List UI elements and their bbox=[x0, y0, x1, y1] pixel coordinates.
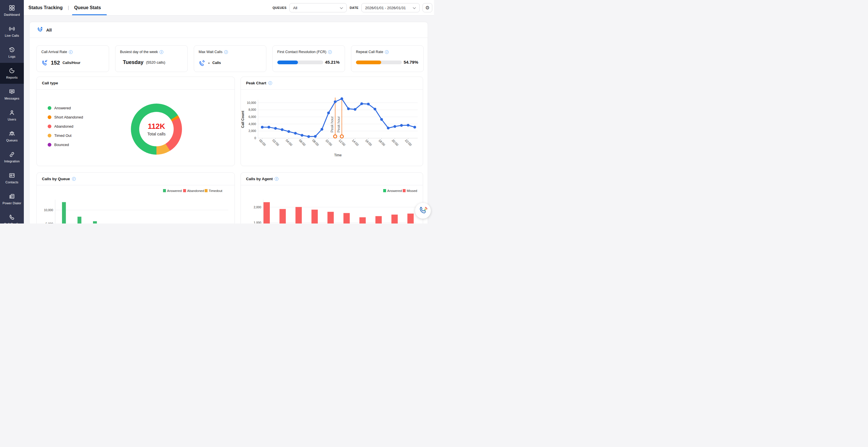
chevron-down-icon bbox=[340, 5, 343, 10]
repeat-rate-progress-bar bbox=[356, 61, 402, 64]
legend-item[interactable]: Abandoned bbox=[48, 124, 83, 129]
kpi-max-wait-calls: Max Wait Callsi - Calls bbox=[194, 45, 267, 72]
sidebar-item-call-config[interactable]: Call Config bbox=[0, 210, 24, 224]
sidebar-item-users[interactable]: Users bbox=[0, 105, 24, 126]
legend-dot bbox=[48, 143, 51, 147]
sidebar-item-messages[interactable]: Messages bbox=[0, 84, 24, 105]
svg-text:2,000: 2,000 bbox=[254, 205, 261, 209]
kpi-row: Call Arrival Ratei 152 Calls/Hour Busies… bbox=[36, 45, 424, 72]
top-bar: Status Tracking | Queue Stats QUEUES All… bbox=[24, 0, 434, 15]
call-type-card: Call type Answered Short Abandoned Aband… bbox=[36, 76, 235, 166]
svg-text:Abandoned: Abandoned bbox=[187, 189, 204, 193]
sidebar-item-live-calls[interactable]: Live Calls bbox=[0, 21, 24, 42]
sidebar-item-queues[interactable]: Queues bbox=[0, 126, 24, 147]
legend-dot bbox=[48, 106, 51, 110]
calls-by-agent-bar-chart: AnsweredMissed2,0001,000 bbox=[241, 185, 423, 224]
info-icon[interactable]: i bbox=[160, 50, 163, 54]
info-icon[interactable]: i bbox=[328, 50, 332, 54]
app-viewport: Dashboard Live Calls Logs Reports Messag… bbox=[0, 0, 434, 224]
svg-text:0: 0 bbox=[254, 136, 256, 140]
legend-item[interactable]: Bounced bbox=[48, 142, 83, 147]
breadcrumb-tabs: Status Tracking | Queue Stats bbox=[28, 0, 101, 15]
sidebar-item-label: Power Dialer bbox=[3, 201, 21, 205]
kpi-title: Busiest day of the week bbox=[120, 50, 158, 54]
sidebar-item-dashboard[interactable]: Dashboard bbox=[0, 0, 24, 21]
info-icon[interactable]: i bbox=[72, 177, 76, 181]
date-range-select[interactable]: 2026/01/01 - 2026/01/31 bbox=[361, 3, 420, 12]
svg-text:Time: Time bbox=[334, 153, 342, 157]
svg-text:20:00: 20:00 bbox=[391, 138, 399, 147]
card-title: Calls by Queue bbox=[42, 177, 70, 181]
info-icon[interactable]: i bbox=[224, 50, 228, 54]
legend-item[interactable]: Answered bbox=[48, 105, 83, 110]
calls-by-agent-card: Calls by Agenti AnsweredMissed2,0001,000 bbox=[241, 172, 423, 224]
svg-text:00:00: 00:00 bbox=[259, 138, 267, 147]
kpi-unit: Calls bbox=[212, 61, 221, 65]
call-type-legend: Answered Short Abandoned Abandoned Timed… bbox=[48, 105, 83, 151]
svg-text:2,000: 2,000 bbox=[249, 129, 256, 133]
queue-stats-panel: All Call Arrival Ratei 152 Calls/Hour Bu… bbox=[29, 22, 428, 224]
multicolor-phone-icon bbox=[419, 206, 427, 216]
active-tab-indicator bbox=[72, 14, 107, 15]
call-type-donut: 112K Total calls bbox=[131, 103, 182, 155]
sidebar-item-label: Messages bbox=[5, 97, 20, 100]
sidebar: Dashboard Live Calls Logs Reports Messag… bbox=[0, 0, 24, 224]
chat-icon bbox=[9, 88, 15, 95]
sidebar-item-reports[interactable]: Reports bbox=[0, 63, 24, 84]
kpi-title: Call Arrival Rate bbox=[41, 50, 67, 54]
svg-text:14:00: 14:00 bbox=[351, 138, 360, 147]
kpi-percent: 54.79% bbox=[404, 60, 418, 65]
call-type-chart: Answered Short Abandoned Abandoned Timed… bbox=[37, 90, 235, 166]
donut-total-label: Total calls bbox=[147, 132, 166, 136]
svg-text:4,000: 4,000 bbox=[249, 122, 256, 126]
live-calls-icon bbox=[9, 26, 15, 32]
kpi-unit: Calls/Hour bbox=[63, 61, 81, 65]
svg-text:Peak hour: Peak hour bbox=[330, 116, 334, 133]
calls-by-queue-card: Calls by Queuei AnsweredAbandonedTimedou… bbox=[36, 172, 235, 224]
svg-text:18:00: 18:00 bbox=[378, 138, 386, 147]
settings-button[interactable]: ⚙ bbox=[423, 3, 432, 12]
legend-dot bbox=[48, 115, 51, 119]
kpi-value: - bbox=[208, 60, 210, 66]
queues-select[interactable]: All bbox=[289, 3, 347, 12]
kpi-value: 152 bbox=[51, 60, 60, 66]
sidebar-item-integration[interactable]: Integration bbox=[0, 147, 24, 167]
svg-text:02:00: 02:00 bbox=[272, 138, 280, 147]
info-icon[interactable]: i bbox=[275, 177, 278, 181]
sidebar-item-power-dialer[interactable]: Power Dialer bbox=[0, 189, 24, 210]
tab-status-tracking[interactable]: Status Tracking bbox=[28, 5, 63, 10]
svg-text:6,000: 6,000 bbox=[249, 115, 256, 119]
kpi-title: Max Wait Calls bbox=[198, 50, 222, 54]
kpi-busiest-day: Busiest day of the weeki Tuesday (5520 c… bbox=[115, 45, 188, 72]
info-icon[interactable]: i bbox=[385, 50, 389, 54]
tab-queue-stats[interactable]: Queue Stats bbox=[74, 5, 101, 10]
svg-text:10,000: 10,000 bbox=[44, 208, 53, 212]
legend-item[interactable]: Short Abandoned bbox=[48, 115, 83, 120]
svg-text:Timedout: Timedout bbox=[209, 189, 222, 193]
svg-text:8,000: 8,000 bbox=[249, 108, 256, 111]
queues-label: QUEUES bbox=[272, 6, 286, 9]
sidebar-item-logs[interactable]: Logs bbox=[0, 42, 24, 63]
calls-by-queue-bar-chart: AnsweredAbandonedTimedout10,0005,000 bbox=[37, 185, 235, 224]
queue-section-header: All bbox=[30, 22, 428, 38]
donut-total-value: 112K bbox=[148, 122, 165, 131]
floating-call-button[interactable] bbox=[415, 203, 431, 219]
kpi-fcr: First Contact Resolution (FCR)i 45.21% bbox=[272, 45, 345, 72]
sidebar-item-contacts[interactable]: Contacts bbox=[0, 167, 24, 189]
contact-card-icon bbox=[9, 172, 15, 179]
card-title: Peak Chart bbox=[246, 81, 267, 85]
sidebar-item-label: Queues bbox=[6, 138, 18, 142]
date-label: DATE bbox=[350, 6, 359, 9]
svg-text:5,000: 5,000 bbox=[45, 222, 53, 224]
sidebar-item-label: Users bbox=[8, 118, 17, 121]
svg-text:Answered: Answered bbox=[167, 189, 182, 193]
svg-text:Call Count: Call Count bbox=[241, 111, 245, 128]
kpi-title: First Contact Resolution (FCR) bbox=[277, 50, 327, 54]
info-icon[interactable]: i bbox=[69, 50, 73, 54]
sidebar-item-label: Logs bbox=[8, 55, 16, 58]
info-icon[interactable]: i bbox=[268, 81, 272, 85]
svg-text:16:00: 16:00 bbox=[365, 138, 373, 147]
legend-item[interactable]: Timed Out bbox=[48, 133, 83, 138]
kpi-title: Repeat Call Rate bbox=[356, 50, 383, 54]
sidebar-item-label: Live Calls bbox=[5, 34, 19, 37]
